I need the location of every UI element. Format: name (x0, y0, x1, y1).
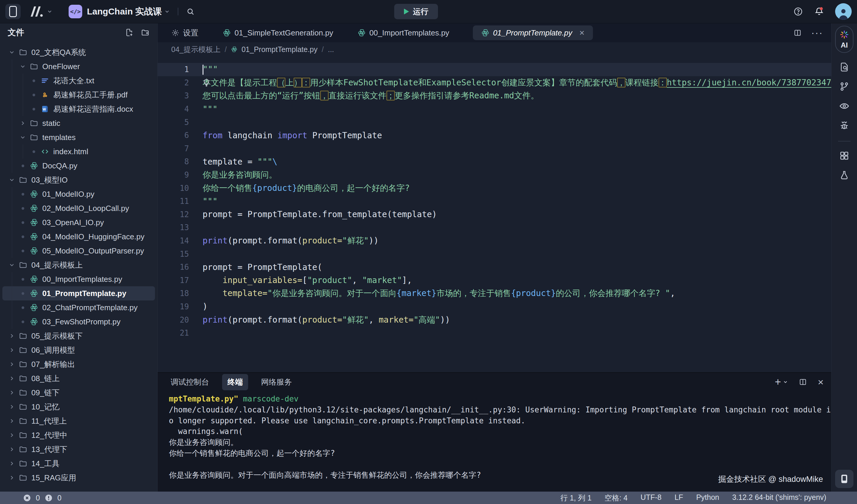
code-line[interactable]: 2本文件是【提示工程（上）：用少样本FewShotTemplate和Exampl… (157, 76, 831, 89)
split-terminal-icon[interactable] (799, 378, 807, 386)
tree-item[interactable]: 14_工具 (2, 456, 155, 471)
tree-item[interactable]: 10_记忆 (2, 400, 155, 414)
device-preview-button[interactable] (835, 470, 854, 488)
status-item[interactable]: 行 1, 列 1 (560, 493, 592, 503)
tree-item[interactable]: static (2, 116, 155, 130)
tree-item[interactable]: 01_PromptTemplate.py (2, 286, 155, 300)
project-name[interactable]: LangChain 实战课 (87, 6, 162, 18)
file-search-icon[interactable] (839, 62, 850, 72)
breadcrumb-item[interactable]: ... (328, 45, 334, 54)
tab-close-icon[interactable]: × (579, 28, 585, 37)
code-line[interactable]: 8template = """\ (157, 155, 831, 168)
chevron-down-icon[interactable] (47, 8, 53, 15)
tree-item[interactable]: 04_提示模板上 (2, 258, 155, 272)
editor-tab[interactable]: 01_SimpleTextGeneration.py (214, 23, 341, 42)
tree-item[interactable]: 15_RAG应用 (2, 471, 155, 485)
code-line[interactable]: 4""" (157, 103, 831, 116)
run-button[interactable]: 运行 (394, 4, 438, 19)
lightbulb-icon[interactable] (202, 78, 211, 87)
tree-item[interactable]: 00_ImportTemplates.py (2, 272, 155, 286)
ai-assistant-button[interactable]: AI (835, 26, 854, 53)
tree-item[interactable]: 12_代理中 (2, 428, 155, 442)
code-line[interactable]: 12prompt = PromptTemplate.from_template(… (157, 208, 831, 221)
breadcrumb-item[interactable]: 01_PromptTemplate.py (241, 45, 318, 54)
tree-item[interactable]: 03_FewShotPrompt.py (2, 315, 155, 329)
tree-item[interactable]: 09_链下 (2, 385, 155, 400)
editor-tab-active[interactable]: 01_PromptTemplate.py× (473, 25, 593, 40)
tree-item[interactable]: templates (2, 130, 155, 144)
editor-tab[interactable]: 设置 (163, 23, 207, 42)
tree-item[interactable]: 08_链上 (2, 371, 155, 385)
status-item[interactable]: UTF-8 (640, 493, 661, 503)
tree-item[interactable]: 02_ModelIO_LoopCall.py (2, 201, 155, 215)
warnings-icon[interactable] (45, 494, 53, 502)
tree-item[interactable]: 02_ChatPromptTemplate.py (2, 300, 155, 315)
panel-tab[interactable]: 调试控制台 (165, 374, 214, 390)
code-editor[interactable]: 1"""2本文件是【提示工程（上）：用少样本FewShotTemplate和Ex… (157, 56, 831, 372)
more-actions-icon[interactable]: ··· (811, 31, 823, 35)
code-line[interactable]: 3您可以点击最上方的“运行”按钮，直接运行该文件；更多操作指引请参考Readme… (157, 89, 831, 103)
code-line[interactable]: 6from langchain import PromptTemplate (157, 129, 831, 142)
help-icon[interactable] (793, 6, 803, 17)
tree-item[interactable]: 03_OpenAI_IO.py (2, 215, 155, 229)
code-line[interactable]: 5 (157, 116, 831, 129)
new-folder-icon[interactable] (141, 28, 150, 37)
status-item[interactable]: Python (696, 493, 719, 503)
close-panel-icon[interactable]: × (818, 377, 824, 387)
editor-tab[interactable]: 00_ImportTemplates.py (349, 23, 457, 42)
code-line[interactable]: 18 template="你是业务咨询顾问。对于一个面向{market}市场的，… (157, 287, 831, 300)
tree-item[interactable]: 01_ModelIO.py (2, 187, 155, 201)
tree-item[interactable]: 05_ModelIO_OutputParser.py (2, 244, 155, 258)
code-line[interactable]: 16prompt = PromptTemplate( (157, 261, 831, 274)
lab-flask-icon[interactable] (839, 170, 850, 180)
status-item[interactable]: LF (674, 493, 683, 503)
new-terminal-button[interactable]: + (775, 377, 788, 387)
sidebar-toggle-button[interactable] (5, 4, 21, 19)
line-number: 14 (157, 236, 189, 245)
tree-item[interactable]: W易速鲜花运营指南.docx (2, 102, 155, 116)
errors-icon[interactable] (23, 494, 31, 502)
tree-item[interactable]: DocQA.py (2, 159, 155, 173)
tree-item[interactable]: OneFlower (2, 59, 155, 73)
new-file-icon[interactable] (125, 28, 134, 37)
tree-item[interactable]: 花语大全.txt (2, 73, 155, 88)
status-item[interactable]: 3.12.2 64-bit ('shims': pyenv) (732, 493, 826, 503)
panel-tab[interactable]: 网络服务 (256, 374, 297, 390)
avatar[interactable] (835, 3, 852, 20)
breadcrumb-item[interactable]: 04_提示模板上 (171, 45, 221, 54)
code-line-current[interactable]: 1""" (157, 63, 831, 76)
panel-tab-active[interactable]: 终端 (222, 374, 248, 390)
code-line[interactable]: 13 (157, 221, 831, 234)
tree-item[interactable]: 11_代理上 (2, 414, 155, 428)
code-line[interactable]: 17 input_variables=["product", "market"]… (157, 274, 831, 287)
source-control-icon[interactable] (839, 81, 850, 92)
code-line[interactable]: 9你是业务咨询顾问。 (157, 168, 831, 182)
code-line[interactable]: 20print(prompt.format(product="鲜花", mark… (157, 313, 831, 327)
code-line[interactable]: 10你给一个销售{product}的电商公司，起一个好的名字? (157, 181, 831, 195)
code-line[interactable]: 11""" (157, 195, 831, 208)
code-review-eye-icon[interactable] (839, 101, 850, 111)
code-line[interactable]: 14print(prompt.format(product="鲜花")) (157, 234, 831, 247)
status-item[interactable]: 空格: 4 (604, 493, 627, 503)
search-icon[interactable] (186, 7, 195, 16)
tree-item[interactable]: 07_解析输出 (2, 357, 155, 371)
code-line[interactable]: 7 (157, 142, 831, 155)
tree-item[interactable]: 04_ModelIO_HuggingFace.py (2, 229, 155, 244)
tree-item[interactable]: index.html (2, 144, 155, 159)
marscode-logo[interactable] (28, 6, 44, 17)
tree-item[interactable]: 06_调用模型 (2, 343, 155, 357)
tree-item[interactable]: 02_文档QA系统 (2, 45, 155, 59)
tree-item-label: 12_代理中 (31, 430, 67, 440)
code-line[interactable]: 19) (157, 300, 831, 313)
tree-item[interactable]: 05_提示模板下 (2, 329, 155, 343)
tree-item[interactable]: 13_代理下 (2, 442, 155, 456)
extensions-grid-icon[interactable] (839, 150, 850, 161)
debug-bug-icon[interactable] (839, 120, 850, 131)
code-line[interactable]: 15 (157, 247, 831, 261)
code-line[interactable]: 21 (157, 327, 831, 340)
tree-item[interactable]: 03_模型IO (2, 173, 155, 187)
split-editor-icon[interactable] (793, 29, 802, 37)
notifications-bell-icon[interactable] (814, 6, 824, 17)
chevron-down-icon[interactable] (164, 8, 170, 15)
tree-item[interactable]: 易速鲜花员工手册.pdf (2, 88, 155, 102)
